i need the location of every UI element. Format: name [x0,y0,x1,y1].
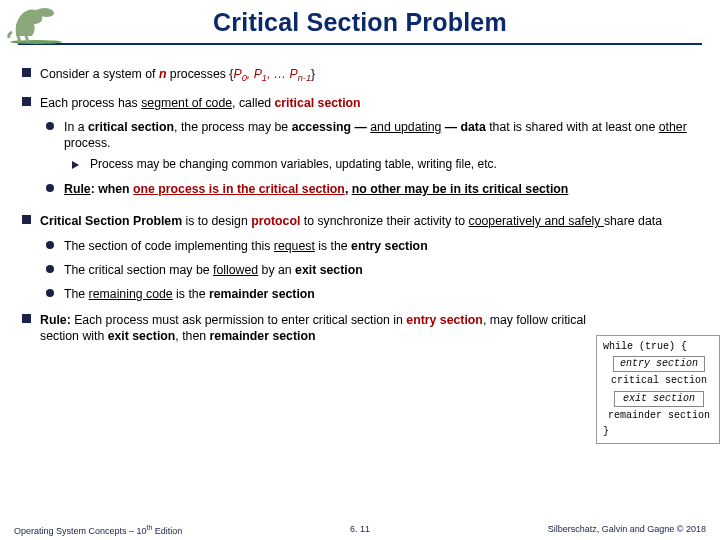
bullet-in-critical: In a critical section, the process may b… [40,119,698,173]
text: — data [441,120,485,134]
text: that is shared with at least one [486,120,659,134]
text: processes { [166,67,233,81]
text: request [274,239,315,253]
header: Critical Section Problem [0,0,720,60]
text: P [290,67,298,81]
slide-content: Consider a system of n processes {P0, P1… [0,60,720,345]
text: one process is in the critical section [133,182,345,196]
text: is to design [182,214,251,228]
bullet-entry-section: The section of code implementing this re… [40,238,698,254]
text: P [254,67,262,81]
text: is the [315,239,351,253]
text: Critical Section Problem [40,214,182,228]
text: Rule: [40,313,74,327]
code-entry: entry section [613,356,705,373]
text: , then [175,329,209,343]
title-rule [18,43,702,45]
footer-right: Silberschatz, Galvin and Gagne © 2018 [548,524,706,536]
bullet-consider: Consider a system of n processes {P0, P1… [22,66,698,85]
text: P [233,67,241,81]
text: Rule [64,182,91,196]
text: entry section [406,313,483,327]
text: , [345,182,352,196]
text: and updating [370,120,441,134]
text: remainder section [209,287,315,301]
text: cooperatively and safely [469,214,604,228]
bullet-each-process: Each process has segment of code, called… [22,95,698,198]
text: exit section [108,329,176,343]
slide-title: Critical Section Problem [0,0,720,37]
text: process. [64,136,110,150]
text: Each process has [40,96,141,110]
text: critical section [274,96,360,110]
bullet-exit-section: The critical section may be followed by … [40,262,698,278]
text: entry section [351,239,428,253]
text: In a [64,120,88,134]
dinosaur-logo [6,2,66,44]
bullet-csp-design: Critical Section Problem is to design pr… [22,213,698,302]
text: no other may be in its critical section [352,182,569,196]
text: exit section [295,263,363,277]
code-exit: exit section [614,391,704,408]
bullet-remainder-section: The remaining code is the remainder sect… [40,286,698,302]
text: remaining code [89,287,173,301]
text: , [247,67,254,81]
code-remainder: remainder section [603,408,715,425]
text: accessing — [292,120,371,134]
text: Edition [152,526,182,536]
text: followed [213,263,258,277]
text: critical section [88,120,174,134]
text: The section of code implementing this [64,239,274,253]
code-line: } [603,425,715,440]
text: protocol [251,214,300,228]
bullet-process-changing: Process may be changing common variables… [64,157,698,173]
text: remainder section [210,329,316,343]
footer-page: 6. 11 [350,524,370,534]
text: , the process may be [174,120,292,134]
svg-point-0 [10,40,62,44]
code-line: while (true) { [603,340,715,355]
text: Consider a system of [40,67,159,81]
text: Operating System Concepts – 10 [14,526,147,536]
text: Each process must ask permission to ente… [74,313,406,327]
text: , called [232,96,274,110]
text: The critical section may be [64,263,213,277]
footer-left: Operating System Concepts – 10th Edition [14,524,182,536]
code-structure-box: while (true) { entry section critical se… [596,335,720,444]
footer: Operating System Concepts – 10th Edition… [0,524,720,536]
text: by an [258,263,295,277]
text: segment of code [141,96,232,110]
bullet-rule-one: Rule: when one process is in the critica… [40,181,698,197]
text: n-1 [298,73,311,83]
text: other [659,120,687,134]
text: The [64,287,89,301]
text: is the [173,287,209,301]
text: , … [267,67,290,81]
text: share data [604,214,662,228]
code-critical: critical section [603,373,715,390]
text: to synchronize their activity to [300,214,468,228]
text: } [311,67,315,81]
text: : when [91,182,133,196]
